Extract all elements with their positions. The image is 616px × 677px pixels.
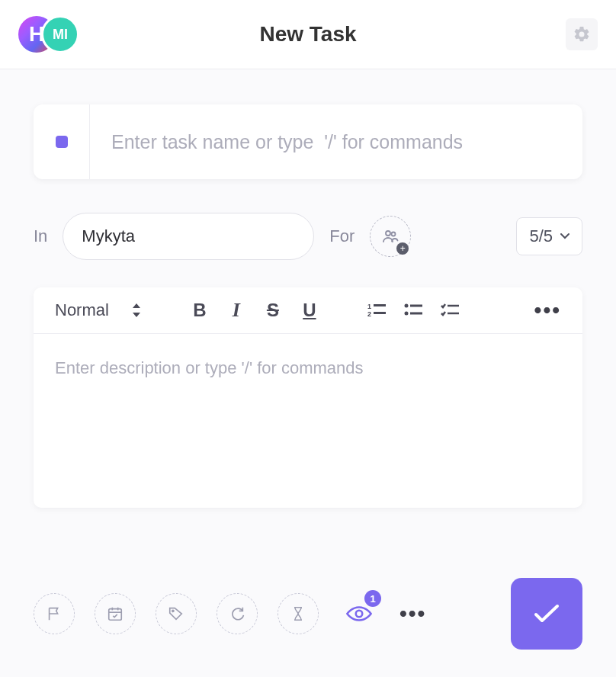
- status-selector[interactable]: [34, 104, 90, 179]
- gear-icon: [573, 25, 591, 43]
- watchers-count-badge: 1: [364, 590, 381, 607]
- location-value: Mykyta: [82, 226, 135, 246]
- toolbar-more-button[interactable]: •••: [534, 298, 561, 322]
- for-label: For: [329, 226, 355, 246]
- description-placeholder: Enter description or type '/' for comman…: [55, 358, 561, 378]
- repeat-icon: [229, 605, 245, 622]
- svg-text:1: 1: [367, 303, 371, 310]
- description-input[interactable]: Enter description or type '/' for comman…: [34, 334, 582, 508]
- bold-button[interactable]: B: [188, 300, 211, 321]
- page-title: New Task: [259, 22, 356, 47]
- ordered-list-button[interactable]: 12: [365, 300, 388, 321]
- assignee-button[interactable]: +: [370, 216, 411, 257]
- svg-rect-3: [374, 304, 386, 306]
- in-label: In: [34, 226, 47, 246]
- eye-icon: [346, 605, 372, 623]
- footer-toolbar: 1 •••: [0, 557, 616, 677]
- task-name-input[interactable]: [90, 131, 582, 153]
- underline-button[interactable]: U: [298, 300, 321, 321]
- submit-button[interactable]: [511, 578, 582, 650]
- svg-text:2: 2: [367, 310, 371, 318]
- svg-point-1: [392, 233, 396, 236]
- counter-value: 5/5: [529, 226, 553, 246]
- check-icon: [533, 603, 560, 624]
- status-chip-icon: [56, 136, 68, 148]
- description-editor: Normal B I S U 12: [34, 287, 582, 508]
- counter-dropdown[interactable]: 5/5: [516, 217, 582, 255]
- bullet-list-icon: [404, 303, 422, 318]
- svg-rect-5: [374, 312, 386, 314]
- editor-toolbar: Normal B I S U 12: [34, 287, 582, 334]
- svg-rect-9: [410, 313, 422, 315]
- watchers-button[interactable]: 1: [338, 593, 380, 634]
- flag-icon: [46, 605, 63, 622]
- estimate-button[interactable]: [278, 593, 319, 634]
- format-dropdown[interactable]: Normal: [55, 300, 141, 320]
- header: H MI New Task: [0, 0, 616, 69]
- svg-point-17: [356, 611, 363, 618]
- calendar-icon: [107, 605, 124, 622]
- task-name-row: [34, 104, 582, 179]
- priority-button[interactable]: [34, 593, 75, 634]
- footer-more-button[interactable]: •••: [399, 602, 426, 626]
- people-icon: [381, 227, 399, 245]
- sort-icon: [132, 303, 141, 317]
- settings-button[interactable]: [566, 18, 598, 50]
- tags-button[interactable]: [156, 593, 197, 634]
- hourglass-icon: [290, 605, 306, 622]
- avatar-letter: MI: [53, 27, 68, 43]
- svg-point-16: [172, 610, 174, 611]
- svg-point-6: [404, 304, 408, 308]
- checklist-button[interactable]: [438, 300, 461, 321]
- date-button[interactable]: [95, 593, 136, 634]
- svg-point-8: [404, 312, 408, 316]
- bullet-list-button[interactable]: [402, 300, 425, 321]
- avatar-group: H MI: [18, 15, 79, 53]
- strikethrough-button[interactable]: S: [261, 300, 284, 321]
- location-picker[interactable]: Mykyta: [63, 213, 314, 260]
- svg-rect-12: [109, 609, 122, 621]
- caret-down-icon: [560, 233, 569, 239]
- svg-rect-7: [410, 305, 422, 307]
- ordered-list-icon: 12: [367, 303, 386, 318]
- italic-button[interactable]: I: [225, 300, 248, 321]
- svg-point-0: [386, 231, 390, 236]
- plus-icon: +: [396, 242, 409, 255]
- checklist-icon: [441, 303, 459, 318]
- format-label: Normal: [55, 300, 109, 320]
- reminder-button[interactable]: [217, 593, 258, 634]
- user-avatar[interactable]: MI: [41, 15, 79, 53]
- tag-icon: [168, 605, 184, 622]
